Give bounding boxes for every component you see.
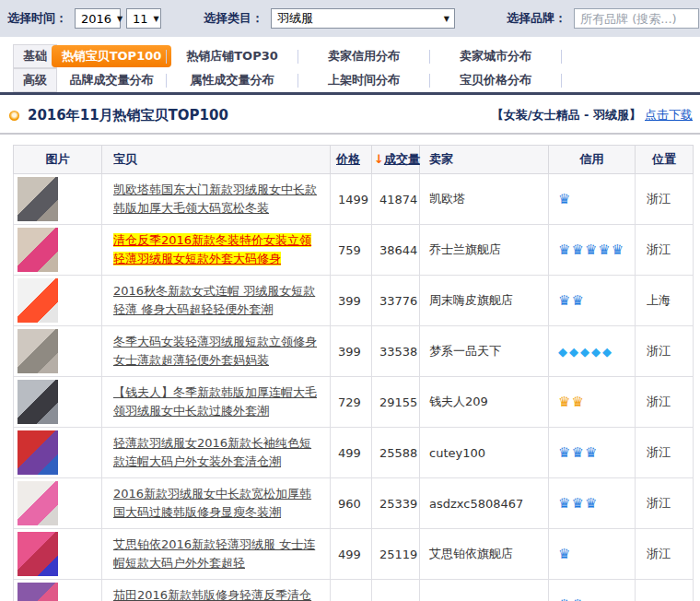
filter-bar: 选择时间： 2016 ▼ 11 ▼ 选择类目： 羽绒服 ▼ 选择品牌： bbox=[0, 0, 700, 37]
item-title-link[interactable]: 茄田2016新款韩版修身轻薄反季清仓羽绒服女短款连帽 bbox=[113, 588, 311, 601]
time-filter-group: 选择时间： 2016 ▼ 11 ▼ bbox=[7, 8, 161, 29]
item-thumbnail[interactable] bbox=[18, 228, 58, 272]
page-title: 2016年11月热销宝贝TOP100 bbox=[28, 107, 492, 124]
col-header-price: 价格 bbox=[331, 146, 372, 174]
location-cell: 浙江 bbox=[636, 377, 694, 428]
credit-cell: ♛♛ bbox=[549, 276, 636, 326]
category-filter-group: 选择类目： 羽绒服 ▼ bbox=[204, 8, 455, 29]
item-title-link[interactable]: 冬季大码女装轻薄羽绒服短款立领修身女士薄款超薄轻便外套妈妈装 bbox=[113, 335, 317, 367]
tab-label: 品牌成交量分布 bbox=[70, 72, 154, 88]
tab-hot-shops-top30[interactable]: 热销店铺TOP30 bbox=[167, 44, 298, 68]
table-row: 凯欧塔韩国东大门新款羽绒服女中长款韩版加厚大毛领大码宽松冬装149941874凯… bbox=[14, 174, 694, 225]
section-divider bbox=[0, 133, 700, 135]
item-cell: 茄田2016新款韩版修身轻薄反季清仓羽绒服女短款连帽 bbox=[102, 580, 331, 601]
credit-cell: ♛♛ bbox=[549, 377, 636, 428]
item-title-link[interactable]: 艾思铂依2016新款轻薄羽绒服 女士连帽短款大码户外外套超轻 bbox=[113, 537, 315, 570]
month-select[interactable]: 11 ▼ bbox=[126, 8, 161, 29]
tab-seller-city-distribution[interactable]: 卖家城市分布 bbox=[430, 44, 561, 68]
sort-by-sales-link[interactable]: 成交量 bbox=[384, 152, 420, 166]
month-select-value: 11 bbox=[133, 12, 148, 26]
col-header-label: 图片 bbox=[46, 152, 70, 166]
picture-cell bbox=[14, 174, 102, 225]
tab-label: 卖家信用分布 bbox=[328, 48, 400, 65]
category-select[interactable]: 羽绒服 ▼ bbox=[271, 8, 455, 29]
price-cell: 1499 bbox=[331, 174, 372, 225]
location-cell: 浙江 bbox=[636, 478, 694, 529]
item-title-link[interactable]: 2016新款羽绒服女中长款宽松加厚韩国大码过膝韩版修身显瘦冬装潮 bbox=[113, 487, 311, 519]
picture-cell bbox=[14, 478, 102, 529]
location-cell: 浙江 bbox=[636, 428, 694, 478]
download-link[interactable]: 点击下载 bbox=[645, 107, 693, 124]
location-cell: 浙江 bbox=[636, 529, 694, 580]
seller-cell bbox=[420, 580, 549, 601]
col-header-loc: 位置 bbox=[636, 146, 694, 174]
item-thumbnail[interactable] bbox=[18, 380, 58, 424]
crown-blue-icon: ♛ bbox=[585, 495, 597, 512]
tab-bar: 基础 热销宝贝TOP100热销店铺TOP30卖家信用分布卖家城市分布 高级 品牌… bbox=[0, 44, 700, 95]
tab-label: 上架时间分布 bbox=[328, 72, 400, 88]
tab-hot-items-top100[interactable]: 热销宝贝TOP100 bbox=[57, 44, 166, 68]
tabbar-underline bbox=[0, 92, 700, 95]
item-cell: 轻薄款羽绒服女2016新款长袖纯色短款连帽大码户外女装外套清仓潮 bbox=[102, 428, 331, 478]
item-title-link[interactable]: 轻薄款羽绒服女2016新款长袖纯色短款连帽大码户外女装外套清仓潮 bbox=[113, 436, 311, 468]
price-cell: 399 bbox=[331, 326, 372, 377]
tab-attribute-sales-distribution[interactable]: 属性成交量分布 bbox=[167, 68, 298, 92]
item-title-link[interactable]: 2016秋冬新款女式连帽 羽绒服女短款轻薄 修身大码超轻轻便外套潮 bbox=[113, 284, 315, 316]
table-row: 2016新款羽绒服女中长款宽松加厚韩国大码过膝韩版修身显瘦冬装潮96025339… bbox=[14, 478, 694, 529]
dropdown-caret-icon: ▼ bbox=[154, 15, 159, 23]
price-cell: 499 bbox=[331, 428, 372, 478]
col-header-sales: ↓成交量 bbox=[372, 146, 420, 174]
col-header-credit: 信用 bbox=[549, 146, 636, 174]
seller-cell: asdzxc5808467 bbox=[420, 478, 549, 529]
tab-item-price-distribution[interactable]: 宝贝价格分布 bbox=[430, 68, 561, 92]
crown-blue-icon: ♛ bbox=[612, 242, 624, 258]
price-cell: 399 bbox=[331, 276, 372, 326]
crown-blue-icon: ♛ bbox=[558, 596, 570, 601]
seller-cell: 凯欧塔 bbox=[420, 174, 549, 225]
item-thumbnail[interactable] bbox=[18, 329, 58, 373]
sales-cell: 33776 bbox=[372, 276, 420, 326]
diamond-blue-icon: ◆ bbox=[558, 345, 567, 359]
item-cell: 2016秋冬新款女式连帽 羽绒服女短款轻薄 修身大码超轻轻便外套潮 bbox=[102, 276, 331, 326]
crown-blue-icon: ♛ bbox=[558, 495, 570, 512]
item-title-link[interactable]: 凯欧塔韩国东大门新款羽绒服女中长款韩版加厚大毛领大码宽松冬装 bbox=[113, 183, 317, 215]
table-row: 2016秋冬新款女式连帽 羽绒服女短款轻薄 修身大码超轻轻便外套潮3993377… bbox=[14, 276, 694, 326]
item-cell: 【钱夫人】冬季新款韩版加厚连帽大毛领羽绒服女中长款过膝外套潮 bbox=[102, 377, 331, 428]
brand-search-input[interactable] bbox=[574, 8, 699, 29]
col-header-pic: 图片 bbox=[14, 146, 102, 174]
basic-tab-row: 基础 热销宝贝TOP100热销店铺TOP30卖家信用分布卖家城市分布 bbox=[13, 44, 700, 68]
item-thumbnail[interactable] bbox=[18, 278, 58, 323]
tab-listing-time-distribution[interactable]: 上架时间分布 bbox=[298, 68, 429, 92]
item-thumbnail[interactable] bbox=[18, 481, 58, 525]
crown-blue-icon: ♛ bbox=[571, 242, 583, 258]
item-cell: 凯欧塔韩国东大门新款羽绒服女中长款韩版加厚大毛领大码宽松冬装 bbox=[102, 174, 331, 225]
table-row: 清仓反季2016新款冬装特价女装立领轻薄羽绒服女短款外套大码修身75938644… bbox=[14, 225, 694, 276]
dropdown-caret-icon: ▼ bbox=[444, 15, 449, 23]
item-cell: 清仓反季2016新款冬装特价女装立领轻薄羽绒服女短款外套大码修身 bbox=[102, 225, 331, 276]
tab-label: 宝贝价格分布 bbox=[460, 72, 531, 88]
seller-cell: 艾思铂依旗舰店 bbox=[420, 529, 549, 580]
seller-cell: 梦系一品天下 bbox=[420, 326, 549, 377]
crown-blue-icon: ♛ bbox=[571, 292, 583, 309]
crown-blue-icon: ♛ bbox=[571, 444, 583, 461]
year-select[interactable]: 2016 ▼ bbox=[75, 8, 121, 29]
section-header: 2016年11月热销宝贝TOP100 【女装/女士精品 - 羽绒服】 点击下载 bbox=[7, 104, 693, 126]
item-title-link[interactable]: 清仓反季2016新款冬装特价女装立领轻薄羽绒服女短款外套大码修身 bbox=[113, 233, 311, 265]
orange-bullet-icon bbox=[9, 111, 19, 121]
item-thumbnail[interactable] bbox=[18, 532, 58, 576]
item-cell: 艾思铂依2016新款轻薄羽绒服 女士连帽短款大码户外外套超轻 bbox=[102, 529, 331, 580]
item-thumbnail[interactable] bbox=[18, 583, 58, 601]
tab-seller-credit-distribution[interactable]: 卖家信用分布 bbox=[298, 44, 429, 68]
item-thumbnail[interactable] bbox=[18, 430, 58, 475]
picture-cell bbox=[14, 529, 102, 580]
category-select-value: 羽绒服 bbox=[277, 10, 313, 27]
item-title-link[interactable]: 【钱夫人】冬季新款韩版加厚连帽大毛领羽绒服女中长款过膝外套潮 bbox=[113, 385, 317, 418]
item-thumbnail[interactable] bbox=[18, 177, 58, 221]
category-path: 【女装/女士精品 - 羽绒服】 bbox=[492, 107, 641, 124]
tab-brand-sales-distribution[interactable]: 品牌成交量分布 bbox=[57, 68, 166, 92]
sort-by-price-link[interactable]: 价格 bbox=[336, 152, 360, 166]
sales-cell: 29155 bbox=[372, 377, 420, 428]
sales-cell: 25119 bbox=[372, 529, 420, 580]
picture-cell bbox=[14, 580, 102, 601]
credit-cell: ♛♛♛♛♛ bbox=[549, 225, 636, 276]
